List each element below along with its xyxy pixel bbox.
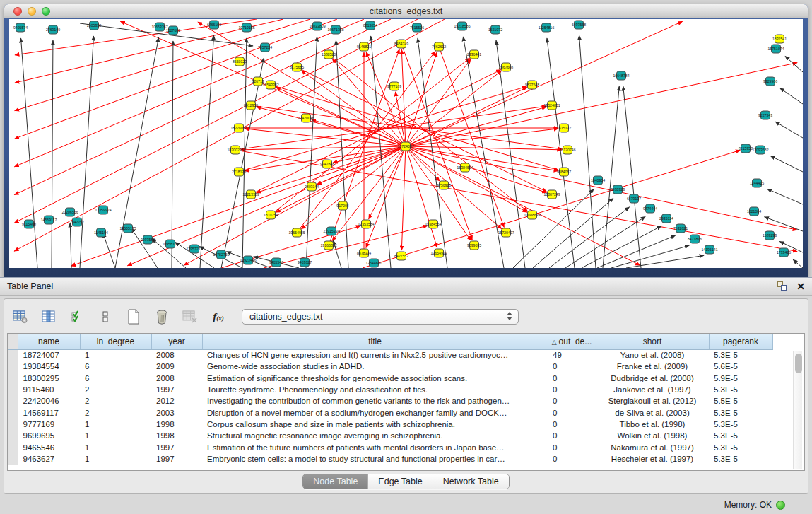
citation-edge-red[interactable] — [401, 44, 472, 240]
cell-indeg: 1 — [80, 441, 151, 452]
citation-edge-red[interactable] — [312, 119, 406, 146]
citation-edge-black[interactable] — [21, 38, 37, 268]
table-row[interactable]: 946554611997Estimation of the future num… — [8, 441, 772, 452]
column-header-pagerank[interactable]: pagerank — [709, 334, 772, 349]
table-row[interactable]: 2242004622012Investigating the contribut… — [8, 395, 772, 407]
column-header-name[interactable]: name — [18, 334, 80, 349]
cell-year: 2012 — [151, 395, 202, 407]
citation-edge-black[interactable] — [623, 86, 641, 268]
graph-node-label: 9474444 — [643, 206, 657, 211]
select-columns-button[interactable] — [66, 307, 88, 327]
show-columns-button[interactable] — [38, 307, 59, 327]
column-header-year[interactable]: year — [151, 334, 202, 349]
citation-edge-red[interactable] — [406, 21, 683, 146]
table-row[interactable]: 1938455462009Genome-wide association stu… — [8, 361, 772, 372]
citation-edge-black[interactable] — [579, 35, 596, 268]
citation-edge-red[interactable] — [406, 146, 437, 247]
citation-edge-black[interactable] — [200, 35, 214, 268]
citation-edge-black[interactable] — [549, 207, 630, 268]
graph-node-label: 1527602 — [166, 28, 180, 33]
table-scrollbar[interactable] — [793, 351, 802, 469]
citation-edge-black[interactable] — [221, 58, 264, 268]
graph-node-label: 18807249 — [543, 192, 560, 197]
citation-edge-black[interactable] — [785, 56, 803, 72]
citation-edge-red[interactable] — [401, 146, 406, 250]
table-row[interactable]: 977716911998Corpus callosum shape and si… — [8, 419, 772, 430]
table-mode-button[interactable] — [10, 307, 31, 327]
delete-columns-button[interactable] — [151, 307, 172, 327]
citation-edge-black[interactable] — [780, 88, 803, 104]
table-panel: Table Panel ✕ — [0, 277, 812, 514]
row-height-button[interactable] — [95, 307, 116, 327]
citation-edge-black[interactable] — [793, 259, 803, 268]
citation-edge-red[interactable] — [406, 63, 797, 146]
citation-edge-red[interactable] — [15, 19, 337, 139]
citation-edge-black[interactable] — [115, 37, 159, 268]
citation-edge-black[interactable] — [70, 223, 71, 268]
citation-edge-red[interactable] — [14, 19, 418, 223]
citation-edge-red[interactable] — [184, 146, 406, 265]
table-row[interactable]: 1830029562008Estimation of significance … — [8, 373, 772, 384]
citation-edge-black[interactable] — [52, 40, 53, 268]
column-header-in_degree[interactable]: in_degree — [80, 334, 151, 349]
citation-edge-red[interactable] — [406, 146, 471, 240]
graph-node-label: 16543382 — [262, 83, 278, 87]
citation-edge-red[interactable] — [406, 146, 546, 193]
citation-edge-black[interactable] — [775, 122, 803, 138]
graph-node-label: 16033809 — [309, 24, 325, 28]
graph-node-label: 13654923 — [430, 251, 447, 255]
citation-edge-red[interactable] — [401, 49, 406, 146]
new-table-button[interactable] — [123, 307, 144, 327]
table-tabs: Node TableEdge TableNetwork Table — [4, 474, 808, 489]
graph-node-label: 18226058 — [230, 126, 247, 130]
citation-edge-black[interactable] — [582, 226, 661, 268]
cell-year: 2008 — [151, 349, 202, 361]
citation-edge-black[interactable] — [626, 255, 704, 268]
table-scrollbar-thumb[interactable] — [795, 354, 802, 373]
float-panel-icon[interactable] — [777, 281, 788, 292]
graph-node-label: 6479197 — [627, 197, 641, 201]
citation-edge-red[interactable] — [406, 107, 546, 146]
delete-table-button[interactable] — [180, 307, 201, 327]
cell-out: 0 — [548, 384, 596, 395]
cell-indeg: 1 — [80, 453, 151, 465]
citation-edge-black[interactable] — [306, 37, 317, 268]
citation-edge-black[interactable] — [513, 189, 594, 268]
citation-edge-black[interactable] — [172, 41, 173, 268]
memory-status-icon[interactable] — [776, 501, 785, 510]
function-builder-button[interactable]: f(x) — [208, 307, 229, 327]
cell-title: Structural magnetic resonance image aver… — [202, 430, 548, 441]
column-header-short[interactable]: short — [596, 334, 709, 349]
cell-pr: 5.3E-5 — [709, 441, 772, 452]
column-header-out_de[interactable]: △out_de... — [548, 334, 596, 349]
citation-edge-black[interactable] — [131, 228, 158, 268]
network-graph[interactable]: 9405574276914026053381065326715276026466… — [9, 19, 803, 268]
node-table-region: namein_degreeyeartitle△out_de...shortpag… — [7, 333, 805, 471]
table-row[interactable]: 946362711997Embryonic stem cells: a mode… — [8, 453, 772, 465]
graph-node-label: 2605338 — [87, 23, 101, 28]
graph-node-label: 9227343 — [758, 113, 772, 117]
cell-title: Embryonic stem cells: a model to study s… — [202, 453, 548, 465]
citation-edge-red[interactable] — [257, 146, 406, 193]
column-header-title[interactable]: title — [202, 334, 548, 349]
tab-edge-table[interactable]: Edge Table — [368, 474, 433, 489]
citation-edge-black[interactable] — [603, 86, 619, 268]
citation-edge-black[interactable] — [770, 156, 803, 172]
tab-network-table[interactable]: Network Table — [433, 474, 509, 489]
table-row[interactable]: 1872400712008Changes of HCN gene express… — [8, 349, 772, 361]
close-panel-icon[interactable]: ✕ — [796, 281, 805, 292]
citation-edge-black[interactable] — [767, 189, 803, 204]
cell-title: Changes of HCN gene expression and I(f) … — [202, 349, 548, 361]
row-gutter — [8, 430, 18, 441]
cell-year: 1997 — [151, 453, 202, 465]
network-window-titlebar[interactable]: citations_edges.txt — [4, 4, 808, 18]
table-row[interactable]: 1456911722003Disruption of a novel membe… — [8, 407, 772, 418]
network-canvas[interactable]: 9405574276914026053381065326715276026466… — [9, 19, 803, 268]
table-row[interactable]: 969969511998Structural magnetic resonanc… — [8, 430, 772, 441]
citation-edge-black[interactable] — [80, 36, 94, 268]
citation-edge-red[interactable] — [71, 146, 406, 266]
table-row[interactable]: 911546021997Tourette syndrome. Phenomeno… — [8, 384, 772, 395]
table-select-dropdown[interactable]: citations_edges.txt — [242, 309, 519, 325]
citation-edge-black[interactable] — [103, 233, 115, 268]
tab-node-table[interactable]: Node Table — [303, 474, 368, 489]
